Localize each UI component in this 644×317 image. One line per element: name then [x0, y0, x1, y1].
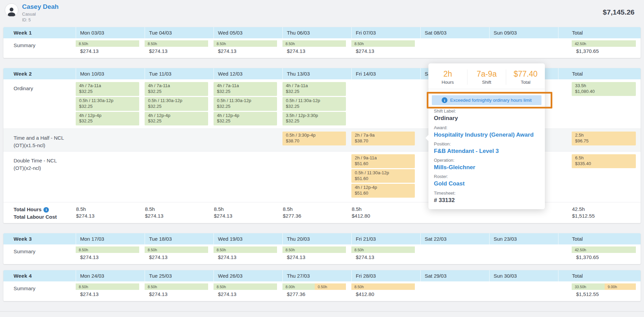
shift-time: 0.5h / 3:30p-4p [286, 133, 343, 138]
summary-chip[interactable]: 8.50h [351, 246, 415, 253]
row-label-line: Summary [14, 285, 72, 292]
stat-hours: 2h Hours [428, 70, 467, 85]
week-label: Week 3 [3, 236, 76, 242]
shift-cost: $1,080.40 [575, 89, 632, 95]
total-labour-cost-label: Total Labour Cost [14, 213, 72, 221]
day-column-header: Sun 09/03 [489, 27, 558, 38]
shift-time: 4h / 12p-4p [217, 113, 274, 119]
shift-time: 2h / 7a-9a [355, 133, 411, 138]
summary-chip[interactable]: 9.00h [605, 283, 636, 290]
chip-row: 8.50h [214, 283, 277, 290]
shift-chip[interactable]: 4h / 7a-11a$32.25 [214, 82, 277, 96]
summary-chip[interactable]: 8.50h [145, 40, 208, 47]
row-label: Summary [3, 283, 76, 298]
summary-chip[interactable]: 8.50h [76, 283, 139, 290]
shift-chip[interactable]: 4h / 7a-11a$32.25 [76, 82, 139, 96]
chip-row: 8.50h [214, 246, 277, 253]
day-column-header: Thu 13/03 [282, 68, 351, 79]
shift-chip[interactable]: 2h / 9a-11a$51.60 [351, 154, 415, 168]
day-cost: $277.36 [282, 290, 346, 297]
day-cost: $274.13 [351, 47, 415, 54]
day-cell: 8.50h$274.13 [282, 40, 351, 55]
detail-value-operation-link[interactable]: Mills-Gleichner [434, 164, 539, 171]
day-cell: 8.50h$274.13 [214, 40, 282, 55]
employee-header: Casey Deah Casual ID: 5 $7,145.26 [0, 0, 644, 22]
row-time-and-a-half-ncl: Time and a Half - NCL(OT)(x1.5-ncl)0.5h … [3, 128, 641, 151]
summary-chip[interactable]: 8.50h [214, 283, 277, 290]
stat-shift-label: Shift [467, 80, 506, 85]
day-column-header: Sat 08/03 [420, 27, 489, 38]
shift-chip[interactable]: 4h / 12p-4p$32.25 [76, 112, 139, 126]
employee-name[interactable]: Casey Deah [22, 3, 59, 11]
summary-chip[interactable]: 42.50h [572, 246, 636, 253]
day-column-header: Thu 27/03 [282, 270, 351, 281]
summary-chip[interactable]: 8.50h [76, 246, 139, 253]
shift-chip[interactable]: 4h / 7a-11a$32.25 [145, 82, 208, 96]
summary-chip[interactable]: 8.50h [76, 40, 139, 47]
day-column-header: Tue 18/03 [145, 233, 214, 244]
detail-value-award-link[interactable]: Hospitality Industry (General) Award [434, 131, 539, 138]
summary-chip[interactable]: 8.50h [351, 283, 415, 290]
summary-chip[interactable]: 8.00h [282, 283, 315, 290]
summary-chip[interactable]: 8.50h [282, 246, 346, 253]
detail-value-position-link[interactable]: F&B Attendant - Level 3 [434, 147, 539, 155]
detail-timesheet: Timesheet: # 33132 [434, 191, 539, 204]
day-column-header: Tue 25/03 [145, 270, 214, 281]
day-cell: 8.5h$412.80 [351, 203, 420, 221]
shift-cost: $32.25 [286, 89, 343, 95]
shift-chip[interactable]: 0.5h / 11:30a-12p$32.25 [214, 97, 277, 111]
shift-chip[interactable]: 0.5h / 3:30p-4p$38.70 [282, 132, 346, 145]
shift-chip[interactable]: 3.5h / 12p-3:30p$32.25 [282, 112, 346, 126]
total-cost-value: $1,512.55 [572, 212, 636, 219]
shift-chip[interactable]: 33.5h$1,080.40 [572, 82, 636, 96]
day-column-header: Fri 21/03 [351, 233, 420, 244]
detail-award: Award: Hospitality Industry (General) Aw… [434, 125, 539, 138]
summary-chip[interactable]: 8.50h [145, 283, 208, 290]
day-cell [76, 154, 145, 200]
detail-value-roster-link[interactable]: Gold Coast [434, 180, 539, 187]
day-cost: $274.13 [76, 290, 139, 297]
summary-chip[interactable]: 8.50h [214, 246, 277, 253]
info-icon[interactable]: i [43, 207, 49, 213]
day-cell: 4h / 7a-11a$32.250.5h / 11:30a-12p$32.25… [214, 82, 282, 126]
shift-cost: $32.25 [148, 89, 205, 95]
summary-chip[interactable]: 42.50h [572, 40, 636, 47]
shift-chip[interactable]: 6.5h$335.40 [572, 154, 636, 168]
shift-time: 4h / 7a-11a [79, 83, 136, 89]
shift-chip[interactable]: 2.5h$96.75 [572, 132, 636, 145]
shift-chip[interactable]: 4h / 7a-11a$32.25 [282, 82, 346, 96]
stat-hours-label: Hours [428, 80, 467, 85]
summary-chip[interactable]: 8.50h [145, 246, 208, 253]
shift-chip[interactable]: 0.5h / 11:30a-12p$51.60 [351, 169, 415, 183]
total-cost-value: $412.80 [351, 212, 415, 219]
summary-chip[interactable]: 8.50h [351, 40, 415, 47]
shift-chip[interactable]: 0.5h / 11:30a-12p$32.25 [145, 97, 208, 111]
day-column-header: Wed 12/03 [214, 68, 282, 79]
shift-chip[interactable]: 2h / 7a-9a$38.70 [351, 132, 415, 145]
week-header-row: Week 4Mon 24/03Tue 25/03Wed 26/03Thu 27/… [3, 270, 641, 281]
shift-chip[interactable]: 4h / 12p-4p$51.60 [351, 184, 415, 198]
summary-chip[interactable]: 0.50h [315, 283, 346, 290]
shift-cost: $38.70 [286, 138, 343, 144]
row-ordinary: Ordinary4h / 7a-11a$32.250.5h / 11:30a-1… [3, 79, 641, 128]
day-column-header: Fri 28/03 [351, 270, 420, 281]
info-icon: i [442, 97, 447, 103]
row-summary: Summary8.50h$274.138.50h$274.138.50h$274… [3, 244, 641, 264]
employee-id: ID: 5 [22, 18, 59, 22]
shift-cost: $32.25 [148, 118, 205, 124]
row-summary: Summary8.50h$274.138.50h$274.138.50h$274… [3, 38, 641, 58]
shift-time: 4h / 12p-4p [79, 113, 136, 119]
day-cost: $412.80 [351, 290, 415, 297]
detail-label: Award: [434, 125, 539, 130]
shift-chip[interactable]: 0.5h / 11:30a-12p$32.25 [76, 97, 139, 111]
shift-chip[interactable]: 4h / 12p-4p$32.25 [145, 112, 208, 126]
summary-chip[interactable]: 33.50h [572, 283, 605, 290]
shift-chip[interactable]: 4h / 12p-4p$32.25 [214, 112, 277, 126]
shift-cost: $32.25 [217, 104, 274, 110]
day-cell: 8.50h$274.13 [351, 246, 420, 261]
day-cell: 8.5h$274.13 [145, 203, 214, 221]
summary-chip[interactable]: 8.50h [282, 40, 346, 47]
shift-chip[interactable]: 0.5h / 11:30a-12p$32.25 [282, 97, 346, 111]
shift-time: 2h / 9a-11a [355, 155, 411, 161]
summary-chip[interactable]: 8.50h [214, 40, 277, 47]
